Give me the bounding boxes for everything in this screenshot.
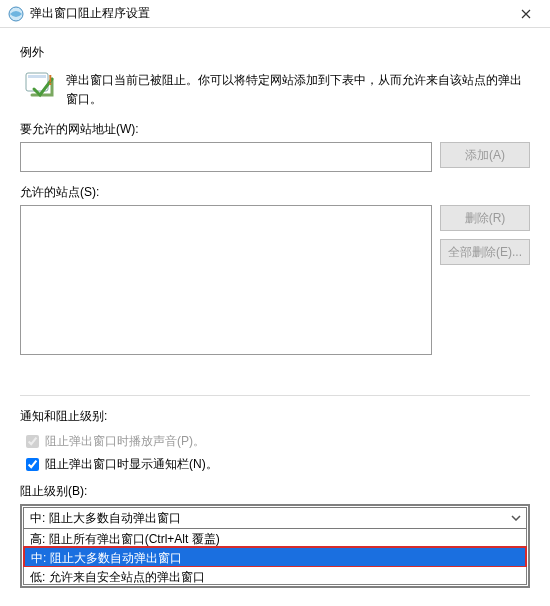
block-level-combo[interactable]: 中: 阻止大多数自动弹出窗口 高: 阻止所有弹出窗口(Ctrl+Alt 覆盖) …: [20, 504, 530, 588]
option-high[interactable]: 高: 阻止所有弹出窗口(Ctrl+Alt 覆盖): [23, 529, 527, 547]
show-bar-checkbox[interactable]: [26, 458, 39, 471]
block-level-label: 阻止级别(B):: [20, 483, 530, 500]
window-title: 弹出窗口阻止程序设置: [30, 5, 506, 22]
sites-label: 允许的站点(S):: [20, 184, 530, 201]
titlebar: 弹出窗口阻止程序设置: [0, 0, 550, 28]
selected-value: 中: 阻止大多数自动弹出窗口: [30, 510, 181, 527]
play-sound-label: 阻止弹出窗口时播放声音(P)。: [45, 433, 205, 450]
window-icon: [8, 6, 24, 22]
divider: [20, 395, 530, 396]
option-low[interactable]: 低: 允许来自安全站点的弹出窗口: [23, 567, 527, 585]
address-label: 要允许的网站地址(W):: [20, 121, 530, 138]
allowed-sites-list[interactable]: [20, 205, 432, 355]
block-level-dropdown: 高: 阻止所有弹出窗口(Ctrl+Alt 覆盖) 中: 阻止大多数自动弹出窗口 …: [23, 529, 527, 585]
dialog-content: 例外 ! 弹出窗口当前已被阻止。你可以将特定网站添加到下表中，从而允许来自该站点…: [0, 28, 550, 588]
info-icon: !: [24, 69, 56, 101]
exceptions-heading: 例外: [20, 44, 530, 61]
show-bar-label: 阻止弹出窗口时显示通知栏(N)。: [45, 456, 218, 473]
svg-text:!: !: [48, 72, 53, 88]
description-text: 弹出窗口当前已被阻止。你可以将特定网站添加到下表中，从而允许来自该站点的弹出窗口…: [66, 69, 530, 109]
svg-rect-2: [28, 75, 46, 78]
option-mid[interactable]: 中: 阻止大多数自动弹出窗口: [25, 548, 525, 566]
block-level-select[interactable]: 中: 阻止大多数自动弹出窗口: [23, 507, 527, 529]
chevron-down-icon: [508, 510, 524, 526]
remove-all-button[interactable]: 全部删除(E)...: [440, 239, 530, 265]
play-sound-checkbox: [26, 435, 39, 448]
add-button[interactable]: 添加(A): [440, 142, 530, 168]
play-sound-row: 阻止弹出窗口时播放声音(P)。: [26, 433, 530, 450]
notifications-heading: 通知和阻止级别:: [20, 408, 530, 425]
close-button[interactable]: [506, 0, 546, 28]
address-input[interactable]: [20, 142, 432, 172]
show-bar-row[interactable]: 阻止弹出窗口时显示通知栏(N)。: [26, 456, 530, 473]
description-row: ! 弹出窗口当前已被阻止。你可以将特定网站添加到下表中，从而允许来自该站点的弹出…: [20, 69, 530, 109]
remove-button[interactable]: 删除(R): [440, 205, 530, 231]
selected-highlight: 中: 阻止大多数自动弹出窗口: [23, 546, 527, 568]
